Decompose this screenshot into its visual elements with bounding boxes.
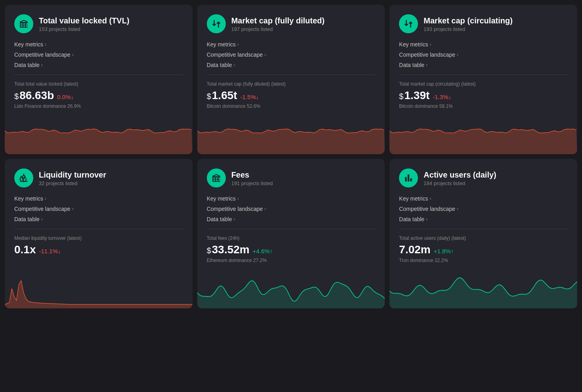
metric-label: Total market cap (circulating) (latest) [399,81,568,87]
card-title-block: Market cap (fully diluted) 197 projects … [231,16,325,32]
link-liquidity-0[interactable]: Key metrics › [14,195,183,202]
card-header: Total value locked (TVL) 153 projects li… [14,14,183,33]
link-mcap-diluted-2[interactable]: Data table › [207,62,376,68]
link-active-users-0[interactable]: Key metrics › [399,195,568,202]
card-title: Market cap (fully diluted) [231,16,325,25]
link-label: Competitive landscape [399,52,455,58]
card-links: Key metrics › Competitive landscape › Da… [399,41,568,68]
metric-value: $1.39t [399,89,429,102]
card-subtitle: 153 projects listed [39,26,130,32]
link-active-users-2[interactable]: Data table › [399,216,568,222]
metric-change: -1.5%↓ [240,94,259,100]
metric-value: 7.02m [399,243,430,256]
metric-change: 0.0%↓ [57,94,74,100]
chevron-icon: › [41,216,43,222]
card-tvl: Total value locked (TVL) 153 projects li… [5,5,193,154]
link-label: Data table [14,62,40,68]
link-fees-1[interactable]: Competitive landscape › [207,206,376,212]
link-mcap-diluted-1[interactable]: Competitive landscape › [207,52,376,58]
cards-grid: Total value locked (TVL) 153 projects li… [5,5,577,308]
link-label: Data table [207,62,232,68]
metric-label: Total total value locked (latest) [14,81,183,87]
link-label: Data table [399,62,424,68]
link-label: Competitive landscape [14,206,71,212]
link-tvl-1[interactable]: Competitive landscape › [14,52,183,58]
chevron-icon: › [41,62,43,68]
metric-label: Median liquidity turnover (latest) [14,235,183,241]
card-title-block: Liquidity turnover 32 projects listed [39,170,106,186]
chart-svg [197,119,385,154]
chevron-icon: › [429,196,431,201]
chevron-icon: › [237,42,239,47]
chart-area [389,273,577,308]
divider [14,229,183,229]
card-links: Key metrics › Competitive landscape › Da… [14,41,183,68]
link-fees-2[interactable]: Data table › [207,216,376,222]
metric-value-row: 7.02m +1.8%↑ [399,243,568,256]
link-label: Key metrics [14,195,43,202]
link-active-users-1[interactable]: Competitive landscape › [399,206,568,212]
metric-prefix: $ [14,92,19,101]
metric-value: $86.63b [14,89,54,102]
dominance-label: Bitcoin dominance 58.1% [399,103,568,109]
metric-label: Total fees (24h) [207,235,376,241]
card-title: Market cap (circulating) [424,16,513,25]
card-header: Active users (daily) 184 projects listed [399,168,568,187]
metric-change: -11.1%↓ [39,248,61,254]
metric-value: $33.52m [207,243,250,256]
link-label: Key metrics [207,41,236,48]
link-label: Data table [207,216,232,222]
dominance-label: Lido Finance dominance 26.9% [14,103,183,109]
card-mcap-circulating: Market cap (circulating) 193 projects li… [389,5,577,154]
card-mcap-diluted: Market cap (fully diluted) 197 projects … [197,5,385,154]
chart-area [5,119,193,154]
dominance-label: Tron dominance 22.2% [399,258,568,263]
card-active-users: Active users (daily) 184 projects listed… [389,159,577,308]
link-label: Key metrics [14,41,43,48]
metric-value-row: $86.63b 0.0%↓ [14,89,183,102]
chart-area [389,119,577,154]
card-subtitle: 32 projects listed [39,180,106,186]
metric-change: -1.3%↓ [433,94,451,100]
link-mcap-diluted-0[interactable]: Key metrics › [207,41,376,48]
card-subtitle: 184 projects listed [424,180,496,186]
card-title-block: Active users (daily) 184 projects listed [424,170,496,186]
metric-prefix: $ [207,92,211,101]
divider [14,75,183,75]
chevron-icon: › [426,216,427,222]
svg-marker-1 [197,281,385,308]
card-icon-scale [14,168,33,187]
divider [207,75,376,75]
card-title: Active users (daily) [424,170,496,180]
card-content: Active users (daily) 184 projects listed… [389,159,577,273]
chevron-icon: › [72,52,74,57]
metric-value: 0.1x [14,243,36,256]
card-icon-building [14,14,33,33]
card-content: Liquidity turnover 32 projects listed Ke… [5,159,193,273]
link-mcap-circulating-2[interactable]: Data table › [399,62,568,68]
link-label: Key metrics [207,195,236,202]
card-title: Liquidity turnover [39,170,106,180]
link-fees-0[interactable]: Key metrics › [207,195,376,202]
card-title: Fees [231,170,273,180]
metric-value-row: $33.52m +4.6%↑ [207,243,376,256]
chevron-icon: › [72,206,74,212]
card-links: Key metrics › Competitive landscape › Da… [207,195,376,222]
link-mcap-circulating-1[interactable]: Competitive landscape › [399,52,568,58]
chevron-icon: › [264,206,266,212]
divider [399,75,568,75]
link-tvl-0[interactable]: Key metrics › [14,41,183,48]
chevron-icon: › [457,52,458,57]
card-header: Fees 191 projects listed [207,168,376,187]
card-icon-arrows [399,14,418,33]
link-label: Key metrics [399,195,428,202]
link-mcap-circulating-0[interactable]: Key metrics › [399,41,568,48]
card-content: Total value locked (TVL) 153 projects li… [5,5,193,119]
link-liquidity-1[interactable]: Competitive landscape › [14,206,183,212]
card-icon-building [207,168,226,187]
metric-label: Total market cap (fully diluted) (latest… [207,81,376,87]
metric-value-row: 0.1x -11.1%↓ [14,243,183,256]
link-liquidity-2[interactable]: Data table › [14,216,183,222]
link-tvl-2[interactable]: Data table › [14,62,183,68]
card-content: Fees 191 projects listed Key metrics › C… [197,159,385,273]
